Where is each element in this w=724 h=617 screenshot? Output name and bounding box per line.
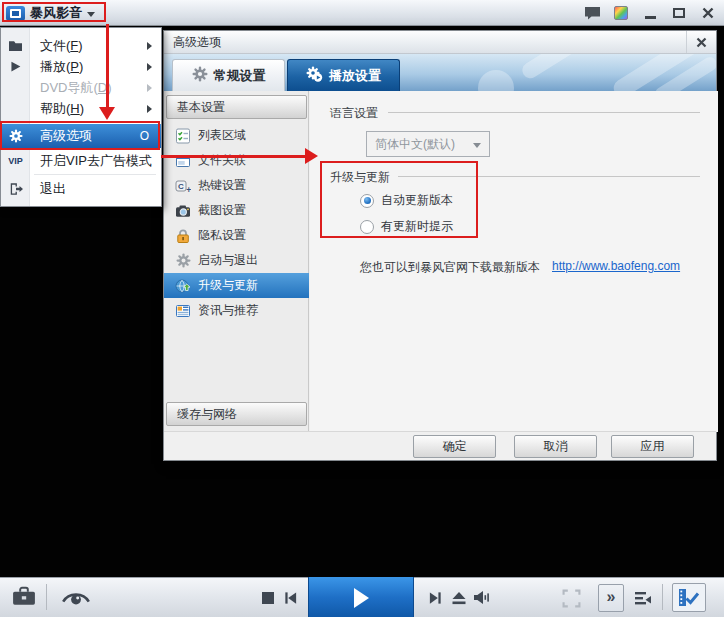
sidebar-item-label: 热键设置: [198, 177, 246, 194]
gear-icon: [175, 253, 191, 269]
header-decoration: [456, 54, 716, 91]
titlebar: 暴风影音: [0, 0, 724, 26]
sidebar-item-file-association[interactable]: 文件关联: [164, 148, 309, 173]
exit-icon: [1, 182, 30, 196]
dialog-title: 高级选项: [164, 34, 221, 51]
group-divider: [388, 112, 700, 113]
next-button[interactable]: [428, 591, 443, 605]
app-window: 暴风影音 文件(F): [0, 0, 724, 617]
gear-icon: [192, 66, 208, 85]
submenu-arrow-icon: [147, 42, 152, 50]
menu-item-label: 开启VIP去广告模式: [30, 152, 152, 170]
eye-icon[interactable]: [60, 588, 92, 608]
more-controls-button[interactable]: »: [598, 584, 624, 612]
play-icon: [1, 60, 30, 73]
tab-general-settings[interactable]: 常规设置: [172, 59, 285, 91]
menu-item-vip-mode[interactable]: VIP 开启VIP去广告模式: [1, 150, 161, 171]
sidebar-item-update[interactable]: 升级与更新: [164, 273, 309, 298]
menu-separator: [34, 174, 156, 175]
download-hint: 您也可以到暴风官网下载最新版本: [360, 259, 540, 276]
advanced-options-dialog: 高级选项 常规设置 播放设置 基本设置: [163, 30, 717, 461]
menu-item-label: 播放(P): [30, 58, 83, 76]
update-globe-icon: [175, 278, 191, 294]
separator: [662, 584, 663, 610]
sidebar-item-hotkeys[interactable]: C+ 热键设置: [164, 173, 309, 198]
menu-item-help[interactable]: 帮助(H): [1, 98, 161, 119]
annotation-arrow-head-right: [305, 148, 318, 164]
menu-item-label: 退出: [30, 180, 66, 198]
sidebar-item-list-area[interactable]: 列表区域: [164, 123, 309, 148]
previous-button[interactable]: [283, 591, 298, 605]
annotation-box-logo: [2, 2, 106, 22]
menu-item-label: 文件(F): [30, 37, 83, 55]
menu-item-label: 帮助(H): [30, 100, 84, 118]
main-menu: 文件(F) 播放(P) DVD导航(D) 帮助(H) 高级选项: [0, 27, 162, 207]
sidebar-item-startup-exit[interactable]: 启动与退出: [164, 248, 309, 273]
language-select-value: 简体中文(默认): [375, 136, 455, 153]
toolbox-icon[interactable]: [12, 585, 36, 607]
play-button[interactable]: [308, 577, 414, 617]
sidebar-group-basic[interactable]: 基本设置: [166, 95, 307, 119]
menu-item-label: DVD导航(D): [30, 79, 112, 97]
language-select[interactable]: 简体中文(默认): [366, 131, 490, 157]
folder-icon: [1, 39, 30, 52]
apply-button[interactable]: 应用: [611, 435, 694, 458]
footer-divider: [164, 431, 716, 432]
player-controls: »: [0, 577, 724, 617]
sidebar-item-label: 资讯与推荐: [198, 302, 258, 319]
feedback-icon[interactable]: [582, 3, 602, 23]
fullscreen-icon[interactable]: [562, 589, 581, 608]
menu-item-file[interactable]: 文件(F): [1, 35, 161, 56]
svg-text:C: C: [178, 181, 184, 190]
cancel-button[interactable]: 取消: [514, 435, 597, 458]
screenshot-icon: [175, 203, 191, 219]
sidebar-item-label: 隐私设置: [198, 227, 246, 244]
sidebar-item-privacy[interactable]: 隐私设置: [164, 223, 309, 248]
submenu-arrow-icon: [147, 105, 152, 113]
sidebar-group-cache-network[interactable]: 缓存与网络: [166, 402, 307, 426]
sidebar-item-news[interactable]: 资讯与推荐: [164, 298, 309, 323]
gear-play-icon: [306, 66, 323, 85]
minimize-button[interactable]: [640, 3, 660, 23]
chevron-down-icon: [473, 143, 481, 148]
lock-icon: [175, 228, 191, 244]
sidebar-item-screenshot[interactable]: 截图设置: [164, 198, 309, 223]
menu-item-dvd[interactable]: DVD导航(D): [1, 77, 161, 98]
annotation-arrow-line-horizontal: [161, 155, 306, 158]
annotation-box-update-section: [320, 161, 478, 238]
tab-playback-settings[interactable]: 播放设置: [287, 59, 400, 91]
tab-label: 常规设置: [214, 67, 266, 85]
annotation-box-advanced-options: [0, 121, 160, 150]
window-controls: [582, 0, 718, 26]
annotation-arrow-line-vertical: [106, 24, 109, 107]
separator: [46, 584, 47, 610]
menu-item-play[interactable]: 播放(P): [1, 56, 161, 77]
hotkey-icon: C+: [175, 178, 191, 194]
vip-icon: VIP: [1, 156, 30, 166]
playlist-panel-toggle[interactable]: [672, 583, 706, 612]
submenu-arrow-icon: [147, 84, 152, 92]
maximize-button[interactable]: [669, 3, 689, 23]
dialog-titlebar: 高级选项: [164, 31, 716, 54]
sidebar-item-label: 列表区域: [198, 127, 246, 144]
tab-label: 播放设置: [329, 67, 381, 85]
list-area-icon: [175, 128, 191, 144]
skin-icon[interactable]: [611, 3, 631, 23]
stop-button[interactable]: [262, 592, 274, 604]
menu-item-exit[interactable]: 退出: [1, 178, 161, 199]
close-button[interactable]: [698, 3, 718, 23]
sidebar-item-label: 升级与更新: [198, 277, 258, 294]
playlist-icon[interactable]: [634, 590, 652, 607]
news-icon: [175, 303, 191, 319]
eject-button[interactable]: [451, 591, 467, 605]
sidebar-item-label: 启动与退出: [198, 252, 258, 269]
language-group-label: 语言设置: [330, 105, 378, 122]
sidebar-item-label: 截图设置: [198, 202, 246, 219]
dialog-close-button[interactable]: [686, 31, 716, 53]
volume-icon[interactable]: [473, 589, 491, 606]
download-link[interactable]: http://www.baofeng.com: [552, 259, 680, 273]
dialog-tab-bar: 常规设置 播放设置: [164, 54, 716, 91]
ok-button[interactable]: 确定: [413, 435, 496, 458]
submenu-arrow-icon: [147, 63, 152, 71]
annotation-arrow-head-down: [99, 107, 115, 120]
